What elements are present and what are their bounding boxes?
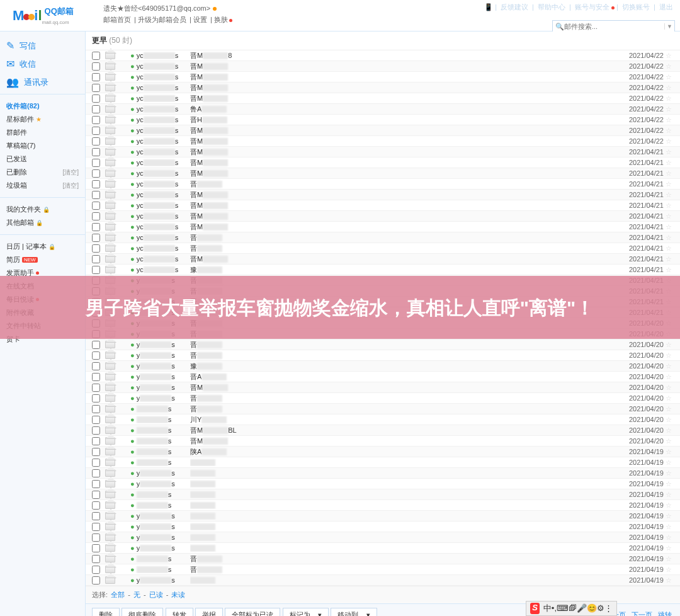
star-toggle-icon[interactable]: ☆	[664, 437, 674, 445]
mail-row[interactable]: ● s 2021/04/19 ☆	[86, 500, 680, 511]
star-toggle-icon[interactable]: ☆	[664, 148, 674, 156]
mail-checkbox[interactable]	[92, 448, 100, 456]
mail-checkbox[interactable]	[92, 426, 100, 435]
mail-row[interactable]: ● ys 2021/04/19 ☆	[86, 511, 680, 522]
star-toggle-icon[interactable]: ☆	[664, 341, 674, 349]
ime-item[interactable]: 🎤	[577, 603, 587, 613]
star-toggle-icon[interactable]: ☆	[664, 426, 674, 435]
mail-checkbox[interactable]	[92, 341, 100, 349]
mail-checkbox[interactable]	[92, 244, 100, 253]
mail-row[interactable]: ● ycs 晋M8 2021/04/22 ☆	[86, 50, 680, 61]
star-toggle-icon[interactable]: ☆	[664, 223, 674, 231]
mail-row[interactable]: ● ys 2021/04/19 ☆	[86, 479, 680, 489]
mail-row[interactable]: ● s 晋M 2021/04/20 ☆	[86, 436, 680, 447]
star-toggle-icon[interactable]: ☆	[664, 255, 674, 263]
star-toggle-icon[interactable]: ☆	[664, 191, 674, 199]
mail-row[interactable]: ● ycs 晋M 2021/04/21 ☆	[86, 222, 680, 232]
star-toggle-icon[interactable]: ☆	[664, 94, 674, 103]
mail-row[interactable]: ● ys 晋A 2021/04/20 ☆	[86, 372, 680, 382]
folder-item[interactable]: 简历 NEW	[6, 253, 79, 266]
ime-item[interactable]: •,	[552, 603, 557, 613]
select-option[interactable]: 已读	[149, 591, 163, 598]
select-option[interactable]: 无	[133, 591, 140, 598]
mail-checkbox[interactable]	[92, 437, 100, 445]
mail-checkbox[interactable]	[92, 223, 100, 231]
toolbar-button[interactable]: 标记为... ▾	[283, 608, 329, 616]
nav-link[interactable]: 换肤	[214, 16, 228, 23]
mail-row[interactable]: ● ys 2021/04/19 ☆	[86, 575, 680, 586]
clear-link[interactable]: [清空]	[62, 168, 79, 177]
star-toggle-icon[interactable]: ☆	[664, 373, 674, 381]
star-toggle-icon[interactable]: ☆	[664, 459, 674, 467]
ime-item[interactable]: 中	[543, 603, 552, 613]
star-toggle-icon[interactable]: ☆	[664, 159, 674, 167]
mail-checkbox[interactable]	[92, 169, 100, 178]
mail-checkbox[interactable]	[92, 137, 100, 145]
star-toggle-icon[interactable]: ☆	[664, 202, 674, 210]
toolbar-button[interactable]: 举报	[195, 608, 223, 616]
star-toggle-icon[interactable]: ☆	[664, 533, 674, 542]
star-toggle-icon[interactable]: ☆	[664, 512, 674, 520]
folder-item[interactable]: 群邮件	[6, 126, 79, 139]
star-toggle-icon[interactable]: ☆	[664, 501, 674, 510]
mail-checkbox[interactable]	[92, 501, 100, 510]
mail-row[interactable]: ● ys 豫 2021/04/20 ☆	[86, 361, 680, 372]
star-toggle-icon[interactable]: ☆	[664, 362, 674, 370]
mail-checkbox[interactable]	[92, 469, 100, 477]
mail-checkbox[interactable]	[92, 234, 100, 242]
star-toggle-icon[interactable]: ☆	[664, 405, 674, 413]
mail-checkbox[interactable]	[92, 105, 100, 113]
folder-item[interactable]: 已删除 [清空]	[6, 166, 79, 179]
side-action-通讯录[interactable]: 👥通讯录	[0, 73, 85, 91]
star-toggle-icon[interactable]: ☆	[664, 416, 674, 424]
mail-checkbox[interactable]	[92, 202, 100, 210]
star-toggle-icon[interactable]: ☆	[664, 180, 674, 188]
page-link[interactable]: 跳转	[658, 611, 672, 616]
mail-row[interactable]: ● ycs 晋M 2021/04/21 ☆	[86, 147, 680, 157]
mail-checkbox[interactable]	[92, 212, 100, 220]
nav-link[interactable]: 升级为邮箱会员	[138, 16, 186, 23]
mail-row[interactable]: ● ycs 晋M 2021/04/22 ☆	[86, 125, 680, 136]
star-toggle-icon[interactable]: ☆	[664, 448, 674, 456]
star-toggle-icon[interactable]: ☆	[664, 52, 674, 60]
mail-checkbox[interactable]	[92, 127, 100, 135]
mail-checkbox[interactable]	[92, 480, 100, 488]
mail-checkbox[interactable]	[92, 523, 100, 531]
mail-row[interactable]: ● ys 晋 2021/04/20 ☆	[86, 339, 680, 350]
mail-row[interactable]: ● s 晋 2021/04/20 ☆	[86, 404, 680, 414]
mail-checkbox[interactable]	[92, 555, 100, 563]
top-link[interactable]: 账号与安全	[575, 3, 609, 11]
mail-checkbox[interactable]	[92, 459, 100, 467]
clear-link[interactable]: [清空]	[62, 181, 79, 190]
ime-item[interactable]: ⋮	[604, 603, 613, 613]
select-option[interactable]: 未读	[171, 591, 185, 598]
toolbar-button[interactable]: 彻底删除	[122, 608, 163, 616]
select-option[interactable]: 全部	[111, 591, 125, 598]
mail-row[interactable]: ● ycs 晋M 2021/04/22 ☆	[86, 136, 680, 147]
mail-checkbox[interactable]	[92, 405, 100, 413]
mail-checkbox[interactable]	[92, 180, 100, 188]
star-toggle-icon[interactable]: ☆	[664, 62, 674, 71]
mail-checkbox[interactable]	[92, 351, 100, 360]
side-action-收信[interactable]: ✉收信	[0, 55, 85, 73]
ime-item[interactable]: ⌨	[557, 603, 569, 613]
mail-row[interactable]: ● ycs 晋 2021/04/21 ☆	[86, 179, 680, 190]
ime-item[interactable]: 🗊	[569, 603, 577, 613]
toolbar-button[interactable]: 删除	[92, 608, 120, 616]
mail-row[interactable]: ● s 陕A 2021/04/19 ☆	[86, 447, 680, 457]
star-toggle-icon[interactable]: ☆	[664, 244, 674, 253]
mail-row[interactable]: ● s 2021/04/19 ☆	[86, 489, 680, 500]
mail-checkbox[interactable]	[92, 191, 100, 199]
mail-row[interactable]: ● ycs 晋M 2021/04/21 ☆	[86, 157, 680, 168]
star-toggle-icon[interactable]: ☆	[664, 84, 674, 92]
side-action-写信[interactable]: ✎写信	[0, 37, 85, 55]
sogou-logo-icon[interactable]: S	[530, 603, 540, 614]
star-toggle-icon[interactable]: ☆	[664, 169, 674, 178]
mail-row[interactable]: ● ycs 晋M 2021/04/21 ☆	[86, 190, 680, 200]
mail-row[interactable]: ● ycs 晋H 2021/04/22 ☆	[86, 115, 680, 125]
mail-checkbox[interactable]	[92, 362, 100, 370]
mail-row[interactable]: ● s 晋MBL 2021/04/20 ☆	[86, 425, 680, 436]
star-toggle-icon[interactable]: ☆	[664, 469, 674, 477]
mail-row[interactable]: ● ycs 晋M 2021/04/21 ☆	[86, 168, 680, 179]
mail-row[interactable]: ● ys 2021/04/19 ☆	[86, 543, 680, 554]
